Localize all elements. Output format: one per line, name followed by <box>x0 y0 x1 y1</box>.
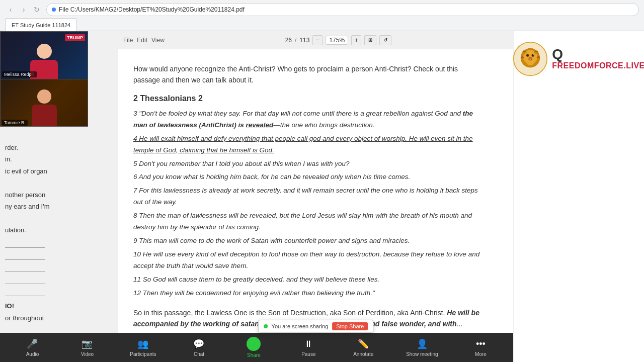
pdf-menu-edit[interactable]: Edit <box>137 37 147 44</box>
left-line-5: ny ears and I'm <box>5 201 113 212</box>
main-layout: TRUMP Melissa Redpill Tammie B. rder. in… <box>0 31 644 362</box>
tab-title: ET Study Guide 111824 <box>12 22 70 28</box>
zoom-annotate-button[interactable]: ✏️ Annotate <box>351 338 375 357</box>
zoom-share-button[interactable]: ▲ Share <box>242 337 266 358</box>
q-letter: Q <box>552 47 644 61</box>
avatar-head <box>37 44 52 59</box>
more-icon: ••• <box>474 338 487 350</box>
address-text: File C:/Users/KMAG2/Desktop/ET%20Study%2… <box>59 6 245 13</box>
verse-12: 12 Then they will be condemned for enjoy… <box>133 288 486 299</box>
site-name: FREEDOMFORCE.LIVE <box>552 61 644 70</box>
bible-reference: 2 Thessalonians 2 <box>133 94 486 103</box>
active-tab[interactable]: ET Study Guide 111824 <box>5 18 77 31</box>
annotate-label: Annotate <box>353 351 373 357</box>
address-bar[interactable]: File C:/Users/KMAG2/Desktop/ET%20Study%2… <box>46 3 639 16</box>
intro-paragraph: How would anyone recognize the Anti-Chri… <box>133 63 486 86</box>
blank-2 <box>5 252 45 260</box>
secure-icon <box>52 8 56 12</box>
video-bottom-participant: Tammie B. <box>1 79 88 127</box>
participants-icon: 👥 <box>137 338 149 350</box>
svg-point-4 <box>532 54 534 56</box>
verse-6: 6 And you know what is holding him back,… <box>133 171 486 183</box>
logo-area: Q FREEDOMFORCE.LIVE <box>508 36 644 81</box>
blank-5 <box>5 288 45 296</box>
zoom-plus-button[interactable]: + <box>351 35 361 45</box>
annotate-icon: ✏️ <box>357 338 369 350</box>
pdf-menu-file[interactable]: File <box>123 37 133 44</box>
zoom-more-button[interactable]: ••• More <box>468 338 493 357</box>
avatar2-body <box>32 105 57 127</box>
blank-4 <box>5 276 45 284</box>
zoom-audio-button[interactable]: 🎤 Audio <box>20 338 44 357</box>
participants-label: Participants <box>130 351 156 357</box>
verse-num-3: 3 "Don't be fooled by what they say. For… <box>133 110 463 117</box>
participant-2-avatar <box>32 82 57 127</box>
chat-icon: 💬 <box>193 338 205 350</box>
svg-point-3 <box>526 54 529 56</box>
participant-1-name: Melissa Redpill <box>2 71 37 77</box>
zoom-minus-button[interactable]: − <box>312 35 323 45</box>
pdf-menu-view[interactable]: View <box>151 37 165 44</box>
zoom-pause-button[interactable]: ⏸ Pause <box>296 338 320 357</box>
share-icon: ▲ <box>247 337 261 351</box>
lion-logo-icon <box>513 41 548 76</box>
left-line-2: in. <box>5 153 113 165</box>
video-overlay: TRUMP Melissa Redpill Tammie B. <box>0 31 88 127</box>
stop-share-button[interactable]: Stop Share <box>332 322 368 330</box>
video-label: Video <box>81 351 94 357</box>
show-meeting-icon: 👤 <box>416 338 428 350</box>
verse-3: 3 "Don't be fooled by what they say. For… <box>133 108 486 131</box>
svg-point-5 <box>528 54 529 55</box>
total-pages: 113 <box>299 37 309 44</box>
left-line-8: or throughout <box>5 312 113 324</box>
nav-buttons: ‹ › ↻ <box>5 4 42 15</box>
blank-1 <box>5 240 45 248</box>
center-pdf-panel[interactable]: File Edit View 26 / 113 − 175% + ⊞ ↺ How… <box>118 31 513 362</box>
left-line-6: ulation. <box>5 224 113 236</box>
screen-share-bar: You are screen sharing Stop Share <box>258 320 374 333</box>
screen-share-text: You are screen sharing <box>272 323 329 329</box>
trump-banner: TRUMP <box>65 34 85 41</box>
svg-point-7 <box>529 57 532 59</box>
avatar2-head <box>37 89 51 104</box>
verse-3-end: —the one who brings destruction. <box>273 121 374 129</box>
refresh-button[interactable]: ↻ <box>31 4 42 15</box>
zoom-show-meeting-button[interactable]: 👤 Show meeting <box>406 338 438 357</box>
audio-label: Audio <box>26 351 39 357</box>
verse-8: 8 Then the man of lawlessness will be re… <box>133 210 486 233</box>
left-panel: TRUMP Melissa Redpill Tammie B. rder. in… <box>0 31 118 362</box>
page-separator: / <box>295 37 296 44</box>
screen-share-indicator <box>264 324 268 328</box>
pause-icon: ⏸ <box>302 338 314 350</box>
chat-label: Chat <box>194 351 204 357</box>
back-button[interactable]: ‹ <box>5 4 16 15</box>
more-label: More <box>475 351 487 357</box>
verse-9: 9 This man will come to do the work of S… <box>133 235 486 247</box>
rotate-button[interactable]: ↺ <box>379 35 391 45</box>
verse-11: 11 So God will cause them to be greatly … <box>133 274 486 286</box>
show-meeting-label: Show meeting <box>406 351 438 357</box>
verse-5: 5 Don't you remember that I told you abo… <box>133 158 486 170</box>
left-line-4: nother person <box>5 189 113 201</box>
browser-top-bar: ‹ › ↻ File C:/Users/KMAG2/Desktop/ET%20S… <box>0 0 644 18</box>
pdf-content-area: How would anyone recognize the Anti-Chri… <box>133 63 486 330</box>
zoom-participants-button[interactable]: 👥 Participants <box>130 338 156 357</box>
pause-label: Pause <box>301 351 315 357</box>
logo-text-area: Q FREEDOMFORCE.LIVE <box>552 47 644 70</box>
forward-button[interactable]: › <box>18 4 29 15</box>
svg-point-6 <box>533 54 534 55</box>
zoom-video-button[interactable]: 📷 Video <box>75 338 99 357</box>
video-top-participant: TRUMP Melissa Redpill <box>1 32 88 79</box>
fit-page-button[interactable]: ⊞ <box>364 35 376 45</box>
right-panel: Q FREEDOMFORCE.LIVE <box>513 31 644 362</box>
left-pdf-text: rder. in. ic evil of organ nother person… <box>0 132 118 329</box>
left-line-3: ic evil of organ <box>5 165 113 177</box>
zoom-chat-button[interactable]: 💬 Chat <box>187 338 211 357</box>
zoom-level: 175% <box>326 36 348 45</box>
verse-7: 7 For this lawlessness is already at wor… <box>133 185 486 208</box>
browser-chrome: ‹ › ↻ File C:/Users/KMAG2/Desktop/ET%20S… <box>0 0 644 31</box>
zoom-toolbar: 🎤 Audio 📷 Video 👥 Participants 💬 Chat ▲ … <box>0 333 513 362</box>
verse-10: 10 He will use every kind of evil decept… <box>133 249 486 272</box>
blank-3 <box>5 264 45 272</box>
participant-2-name: Tammie B. <box>2 120 28 126</box>
